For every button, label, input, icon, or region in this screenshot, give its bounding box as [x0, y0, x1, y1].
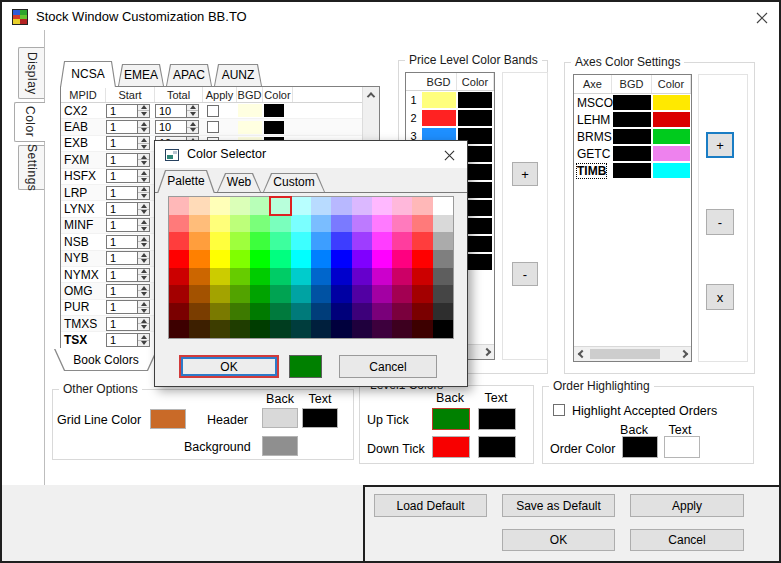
start-spinner[interactable]: 1: [106, 153, 150, 167]
palette-swatch[interactable]: [311, 197, 331, 215]
window-close-icon[interactable]: [753, 10, 771, 26]
palette-swatch[interactable]: [331, 285, 351, 303]
axes-add-button[interactable]: +: [706, 132, 734, 158]
palette-swatch[interactable]: [189, 303, 209, 321]
palette-swatch[interactable]: [392, 215, 412, 233]
scrollbar-thumb[interactable]: [590, 349, 660, 359]
scroll-up-button[interactable]: [363, 87, 379, 103]
palette-swatch[interactable]: [250, 232, 270, 250]
spinner-buttons[interactable]: [137, 170, 149, 182]
palette-swatch[interactable]: [291, 250, 311, 268]
palette-swatch[interactable]: [352, 285, 372, 303]
axes-color-swatch[interactable]: [653, 112, 690, 127]
spin-down-icon[interactable]: [138, 341, 149, 347]
spin-down-icon[interactable]: [138, 210, 149, 216]
palette-swatch[interactable]: [230, 285, 250, 303]
selector-tab-custom[interactable]: Custom: [263, 173, 325, 192]
region-tab-apac[interactable]: APAC: [166, 64, 212, 86]
palette-swatch[interactable]: [372, 197, 392, 215]
spin-down-icon[interactable]: [138, 275, 149, 281]
palette-swatch[interactable]: [412, 285, 432, 303]
order-color-back-swatch[interactable]: [622, 436, 658, 458]
bgd-color-swatch[interactable]: [238, 121, 262, 134]
bgd-color-swatch[interactable]: [238, 104, 262, 117]
palette-swatch[interactable]: [412, 320, 432, 338]
axes-row-msco[interactable]: MSCO: [574, 94, 691, 111]
palette-swatch[interactable]: [189, 232, 209, 250]
palette-swatch[interactable]: [230, 268, 250, 286]
background-color-swatch[interactable]: [262, 436, 298, 456]
column-header-start[interactable]: Start: [106, 87, 155, 102]
column-header-bgd[interactable]: BGD: [237, 87, 263, 102]
axes-bgd-swatch[interactable]: [613, 146, 651, 161]
axes-color-swatch[interactable]: [653, 95, 690, 110]
spinner-buttons[interactable]: [137, 318, 149, 330]
palette-swatch[interactable]: [250, 303, 270, 321]
palette-swatch[interactable]: [210, 197, 230, 215]
axes-color-swatch[interactable]: [653, 146, 690, 161]
column-header-color[interactable]: Color: [263, 87, 293, 102]
spinner-buttons[interactable]: [137, 269, 149, 281]
spin-down-icon[interactable]: [138, 291, 149, 297]
selector-tab-palette[interactable]: Palette: [157, 170, 215, 193]
spin-down-icon[interactable]: [138, 144, 149, 150]
order-color-text-swatch[interactable]: [664, 436, 700, 458]
palette-swatch[interactable]: [352, 303, 372, 321]
palette-swatch[interactable]: [412, 268, 432, 286]
column-header-color[interactable]: Color: [457, 73, 494, 90]
ok-button[interactable]: OK: [502, 529, 615, 551]
palette-swatch[interactable]: [433, 320, 453, 338]
palette-swatch[interactable]: [372, 320, 392, 338]
palette-swatch[interactable]: [291, 197, 311, 215]
palette-swatch[interactable]: [230, 303, 250, 321]
axes-bgd-swatch[interactable]: [613, 112, 651, 127]
palette-swatch[interactable]: [311, 232, 331, 250]
palette-swatch[interactable]: [210, 215, 230, 233]
selector-tab-web[interactable]: Web: [217, 173, 261, 192]
palette-swatch[interactable]: [270, 303, 290, 321]
palette-swatch[interactable]: [392, 303, 412, 321]
axes-row-getc[interactable]: GETC: [574, 145, 691, 162]
down-tick-back-swatch[interactable]: [432, 436, 470, 458]
palette-swatch[interactable]: [392, 285, 412, 303]
start-spinner[interactable]: 1: [106, 317, 150, 331]
palette-swatch[interactable]: [189, 197, 209, 215]
start-spinner[interactable]: 1: [106, 300, 150, 314]
palette-swatch[interactable]: [311, 303, 331, 321]
spin-down-icon[interactable]: [138, 242, 149, 248]
spin-down-icon[interactable]: [138, 193, 149, 199]
palette-swatch[interactable]: [311, 250, 331, 268]
axes-table-hscrollbar[interactable]: [574, 346, 691, 361]
axes-bgd-swatch[interactable]: [613, 129, 651, 144]
total-spinner[interactable]: 10: [155, 104, 199, 118]
up-tick-text-swatch[interactable]: [478, 408, 516, 430]
side-tab-settings[interactable]: Settings: [18, 145, 44, 190]
spin-down-icon[interactable]: [187, 128, 198, 134]
palette-swatch[interactable]: [331, 250, 351, 268]
band-row-1[interactable]: 1: [406, 91, 494, 109]
palette-swatch[interactable]: [270, 268, 290, 286]
palette-swatch[interactable]: [169, 303, 189, 321]
palette-swatch[interactable]: [250, 215, 270, 233]
palette-swatch[interactable]: [210, 285, 230, 303]
band-bgd-swatch[interactable]: [422, 92, 456, 108]
palette-swatch[interactable]: [331, 215, 351, 233]
start-spinner[interactable]: 1: [106, 268, 150, 282]
palette-swatch[interactable]: [291, 215, 311, 233]
palette-swatch[interactable]: [372, 285, 392, 303]
palette-swatch[interactable]: [270, 215, 290, 233]
palette-swatch[interactable]: [352, 320, 372, 338]
palette-swatch[interactable]: [433, 232, 453, 250]
spinner-buttons[interactable]: [137, 137, 149, 149]
load-default-button[interactable]: Load Default: [374, 494, 487, 517]
palette-swatch[interactable]: [210, 268, 230, 286]
side-tab-display[interactable]: Display: [18, 47, 44, 99]
axes-bgd-swatch[interactable]: [613, 163, 651, 178]
palette-swatch[interactable]: [291, 320, 311, 338]
palette-swatch[interactable]: [250, 285, 270, 303]
table-row-cx2[interactable]: CX2110: [61, 103, 379, 119]
palette-swatch[interactable]: [291, 232, 311, 250]
table-row-eab[interactable]: EAB110: [61, 119, 379, 135]
palette-swatch[interactable]: [412, 250, 432, 268]
spin-down-icon[interactable]: [187, 111, 198, 117]
